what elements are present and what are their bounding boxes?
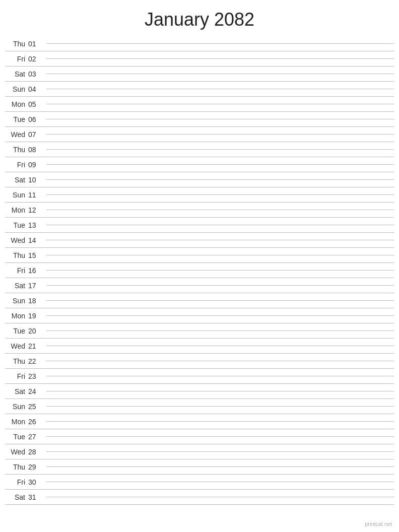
day-line [46, 451, 394, 452]
day-number: 19 [28, 312, 44, 320]
day-line [46, 43, 394, 44]
day-row: Sun25 [5, 399, 394, 414]
day-name: Mon [5, 312, 28, 320]
day-name: Thu [5, 463, 28, 471]
day-line [46, 164, 394, 165]
day-row: Sun11 [5, 187, 394, 203]
day-number: 13 [28, 221, 44, 229]
day-line [46, 225, 394, 225]
day-number: 09 [28, 161, 44, 169]
day-number: 31 [28, 493, 44, 501]
day-row: Fri16 [5, 263, 394, 278]
day-number: 04 [28, 85, 44, 93]
day-line [46, 179, 394, 180]
day-name: Wed [5, 130, 28, 139]
day-name: Mon [5, 100, 28, 108]
day-line [46, 270, 394, 271]
day-name: Thu [5, 146, 28, 154]
day-name: Tue [5, 115, 28, 123]
day-row: Fri02 [5, 51, 394, 66]
day-line [46, 119, 394, 119]
day-number: 20 [28, 327, 44, 335]
day-line [46, 436, 394, 437]
page-title: January 2082 [0, 0, 399, 36]
day-row: Fri09 [5, 157, 394, 172]
day-number: 14 [28, 236, 44, 244]
day-number: 05 [28, 100, 44, 108]
day-row: Tue06 [5, 112, 394, 127]
day-line [46, 149, 394, 150]
day-name: Mon [5, 206, 28, 214]
day-line [46, 421, 394, 422]
day-number: 08 [28, 146, 44, 154]
day-row: Sun04 [5, 82, 394, 97]
day-name: Sun [5, 403, 28, 411]
day-number: 07 [28, 130, 44, 139]
day-row: Wed28 [5, 444, 394, 459]
day-name: Sat [5, 387, 28, 395]
day-number: 18 [28, 297, 44, 305]
day-name: Sun [5, 191, 28, 199]
day-name: Fri [5, 478, 28, 486]
day-name: Thu [5, 357, 28, 365]
day-line [46, 104, 394, 104]
day-row: Sat03 [5, 66, 394, 82]
day-name: Fri [5, 161, 28, 169]
day-row: Wed07 [5, 127, 394, 142]
day-row: Tue27 [5, 429, 394, 444]
day-number: 25 [28, 403, 44, 411]
day-row: Wed21 [5, 339, 394, 354]
day-name: Sat [5, 176, 28, 184]
day-number: 24 [28, 387, 44, 395]
day-name: Wed [5, 342, 28, 350]
day-number: 16 [28, 267, 44, 275]
day-number: 30 [28, 478, 44, 486]
day-line [46, 134, 394, 135]
day-number: 01 [28, 40, 44, 48]
watermark: printcal.net [365, 521, 392, 527]
day-number: 27 [28, 433, 44, 441]
day-row: Mon05 [5, 97, 394, 112]
day-name: Fri [5, 267, 28, 275]
day-number: 06 [28, 115, 44, 123]
day-line [46, 285, 394, 286]
day-row: Thu15 [5, 248, 394, 263]
day-row: Mon12 [5, 203, 394, 218]
day-name: Fri [5, 55, 28, 63]
day-number: 15 [28, 251, 44, 259]
day-number: 21 [28, 342, 44, 350]
day-line [46, 240, 394, 240]
day-line [46, 497, 394, 497]
day-name: Sun [5, 85, 28, 93]
calendar-list: Thu01Fri02Sat03Sun04Mon05Tue06Wed07Thu08… [0, 36, 399, 505]
day-line [46, 210, 394, 210]
day-line [46, 194, 394, 195]
day-row: Thu08 [5, 142, 394, 157]
day-line [46, 346, 394, 346]
day-row: Sat10 [5, 172, 394, 187]
day-number: 03 [28, 70, 44, 78]
day-number: 02 [28, 55, 44, 63]
day-row: Thu01 [5, 36, 394, 51]
day-number: 29 [28, 463, 44, 471]
day-number: 26 [28, 418, 44, 426]
day-line [46, 406, 394, 407]
day-line [46, 74, 394, 74]
day-row: Sat24 [5, 384, 394, 399]
day-line [46, 361, 394, 361]
day-line [46, 315, 394, 316]
day-name: Wed [5, 448, 28, 456]
day-number: 12 [28, 206, 44, 214]
day-row: Fri30 [5, 475, 394, 490]
day-name: Thu [5, 40, 28, 48]
day-number: 22 [28, 357, 44, 365]
day-row: Thu29 [5, 459, 394, 475]
day-name: Tue [5, 221, 28, 229]
day-row: Sat17 [5, 278, 394, 293]
day-name: Wed [5, 236, 28, 244]
day-row: Mon26 [5, 414, 394, 429]
day-row: Thu22 [5, 354, 394, 369]
day-row: Tue20 [5, 323, 394, 339]
day-row: Sun18 [5, 293, 394, 308]
day-line [46, 255, 394, 255]
